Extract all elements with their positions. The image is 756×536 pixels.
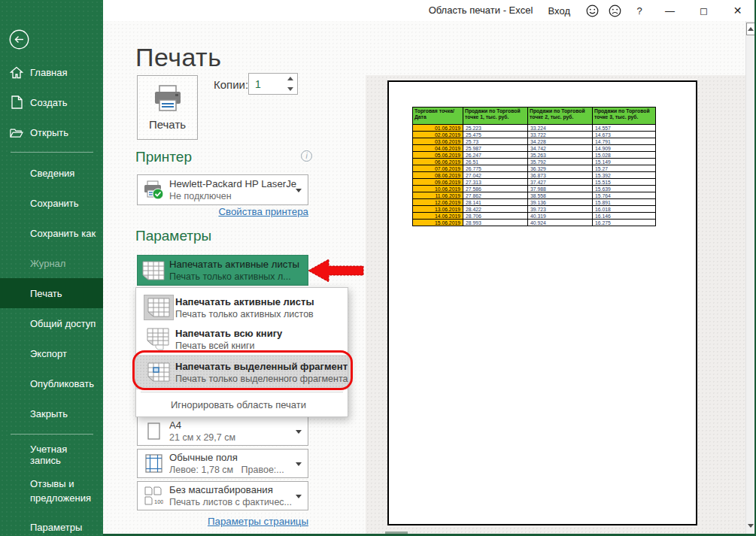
print-what-selected-title: Напечатать активные листы [169,259,299,270]
print-what-selected-subtitle: Печать только активных л... [169,271,299,282]
sidebar-item[interactable]: Сохранить как [0,218,103,248]
table-value-cell: 26.775 [463,165,528,172]
printer-properties-link[interactable]: Свойства принтера [137,206,308,217]
table-value-cell: 14.791 [593,138,656,145]
sidebar-item[interactable]: Экспорт [0,338,103,368]
paper-size-title: A4 [169,419,297,431]
table-value-cell: 16.275 [593,220,656,226]
sidebar-item[interactable]: Печать [0,278,103,308]
table-date-cell: 07.06.2019 [413,165,463,172]
excel-backstage-window: Область печати - Excel Вход ? — ◻ ✕ Глав… [0,0,756,536]
table-row: 05.06.201926.24735.26315.028 [413,152,656,159]
sidebar-item[interactable]: Открыть [0,117,103,147]
table-row: 04.06.201925.98734.74214.909 [413,145,656,152]
table-row: 06.06.201926.5135.79215.149 [413,159,656,165]
table-header-cell: Продажи по Торговой точке 2, тыс. руб. [528,108,593,125]
copies-stepper[interactable] [248,73,298,95]
table-value-cell: 26.51 [463,159,528,165]
sidebar-item-label: Создать [30,97,67,108]
menu-item-print-selection[interactable]: Напечатать выделенный фрагмент Печать то… [136,355,348,389]
sidebar-item[interactable]: Опубликовать [0,368,103,398]
menu-divider [141,392,343,392]
printer-status: Не подключен [169,191,297,201]
sign-in-button[interactable]: Вход [538,0,581,21]
sidebar-item[interactable]: Сохранить [0,188,103,218]
table-value-cell: 27.042 [463,172,528,179]
sidebar-item[interactable]: Главная [0,57,103,87]
sidebar-item[interactable]: Закрыть [0,398,103,428]
table-date-cell: 10.06.2019 [413,186,463,192]
sidebar-item-label: Экспорт [30,348,67,359]
table-row: 09.06.201927.31337.42715.515 [413,179,656,186]
sidebar-item[interactable]: Учетная запись [0,440,103,470]
sidebar-item-label: Печать [30,288,62,299]
table-value-cell: 37.427 [528,179,593,186]
print-what-dropdown[interactable]: Напечатать активные листы Печать только … [137,255,308,286]
sidebar-item-label: Сохранить [30,198,79,209]
open-folder-icon [10,126,23,139]
table-value-cell: 15.764 [593,192,656,199]
table-value-cell: 15.891 [593,199,656,206]
table-value-cell: 15.028 [593,152,656,159]
menu-item-subtitle: Печать только активных листов [175,309,314,319]
table-row: 01.06.201925.22333.22414.557 [413,125,656,132]
table-value-cell: 26.247 [463,152,528,159]
table-date-cell: 11.06.2019 [413,192,463,199]
scaling-subtitle: Печать листов с фактичес... [169,497,297,507]
minimize-button[interactable]: — [653,0,687,21]
menu-item-entire-workbook[interactable]: Напечатать всю книгу Печать всей книги [136,323,348,355]
menu-item-ignore-print-area[interactable]: Игнорировать область печати [136,395,348,413]
sidebar-item[interactable]: Параметры [0,512,103,536]
printer-name: Hewlett-Packard HP LaserJe... [169,178,297,189]
spinner-down-icon[interactable] [284,84,297,95]
spinner-up-icon[interactable] [284,74,297,84]
smiley-feedback-icon[interactable] [581,0,603,21]
table-value-cell: 25.73 [463,138,528,145]
table-value-cell: 33.722 [528,132,593,138]
frown-feedback-icon[interactable] [603,0,626,21]
table-date-cell: 12.06.2019 [413,199,463,206]
table-date-cell: 05.06.2019 [413,152,463,159]
margins-dropdown[interactable]: Обычные поля Левое: 1,78 см Правое:... [137,449,308,478]
sidebar-item-label: Опубликовать [30,378,94,389]
back-arrow-icon[interactable] [9,29,29,50]
help-button[interactable]: ? [626,0,653,21]
copies-input[interactable] [249,74,284,94]
chevron-down-icon [296,189,302,192]
new-document-icon [10,95,23,109]
table-value-cell: 15.515 [593,179,656,186]
close-button[interactable]: ✕ [721,0,754,21]
margins-icon [138,454,169,473]
sidebar-item[interactable]: Создать [0,87,103,117]
table-row: 11.06.201927.86238.55815.764 [413,192,656,199]
table-value-cell: 36.873 [528,172,593,179]
table-row: 15.06.201928.99340.92416.275 [413,220,656,226]
table-date-cell: 04.06.2019 [413,145,463,152]
info-icon[interactable]: i [301,150,312,162]
table-value-cell: 40.924 [528,220,593,226]
menu-item-active-sheets[interactable]: Напечатать активные листы Печать только … [136,292,348,323]
maximize-button[interactable]: ◻ [687,0,721,21]
table-row: 02.06.201925.47533.72214.673 [413,132,656,138]
table-row: 14.06.201928.70640.31916.146 [413,213,656,220]
table-header-cell: Торговая точка/ Дата [413,108,463,125]
sidebar-item-label: Главная [30,67,67,78]
settings-section-heading: Параметры [135,228,211,244]
table-value-cell: 37.988 [528,186,593,192]
active-sheets-icon [138,261,169,280]
sidebar-item[interactable]: Отзывы и предложения [0,470,103,512]
sidebar-item[interactable]: Общий доступ [0,308,103,338]
print-preview-page: Торговая точка/ ДатаПродажи по Торговой … [387,80,697,525]
table-date-cell: 13.06.2019 [413,206,463,213]
sidebar-divider [11,434,93,435]
sidebar-item[interactable]: Сведения [0,158,103,188]
printer-dropdown[interactable]: Hewlett-Packard HP LaserJe... Не подключ… [137,174,308,205]
table-row: 12.06.201928.14139.13615.891 [413,199,656,206]
print-button[interactable]: Печать [137,75,198,140]
sidebar-item-label: Параметры [30,522,82,533]
paper-size-dropdown[interactable]: A4 21 см x 29,7 см [137,416,308,446]
scaling-dropdown[interactable]: 100 Без масштабирования Печать листов с … [137,481,308,510]
table-date-cell: 02.06.2019 [413,132,463,138]
page-setup-link[interactable]: Параметры страницы [137,516,308,527]
table-date-cell: 06.06.2019 [413,159,463,165]
